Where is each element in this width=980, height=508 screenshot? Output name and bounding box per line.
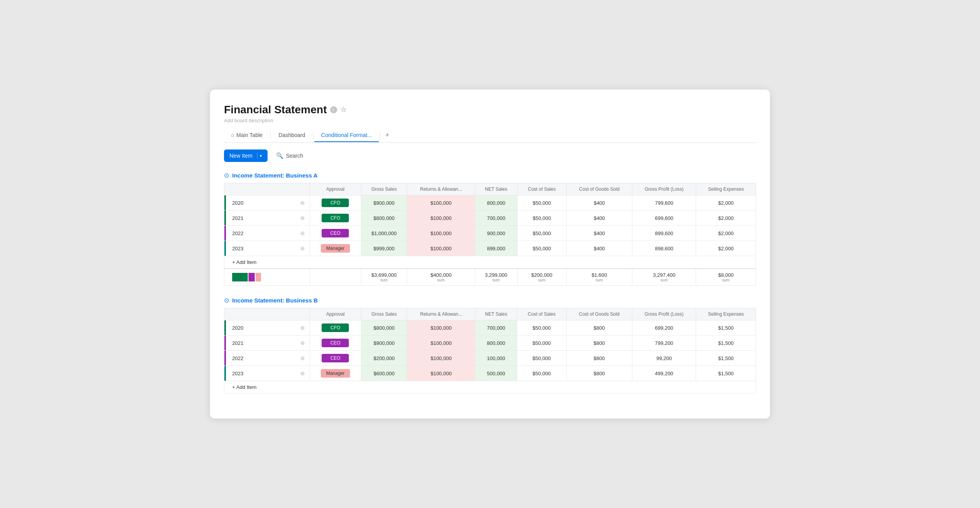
add-item-row-a[interactable]: + Add Item	[224, 256, 756, 269]
cost-goods-cell: $800	[566, 351, 632, 366]
row-border	[224, 211, 226, 225]
chevron-down-icon: ▾	[260, 153, 262, 158]
sum-color-bar	[232, 273, 305, 281]
row-border	[224, 366, 226, 381]
gross-profit-cell: 99,200	[632, 351, 696, 366]
comment-icon[interactable]: ⊕	[300, 370, 305, 376]
group-title-b: Income Statement: Business B	[232, 297, 318, 304]
comment-icon[interactable]: ⊕	[300, 245, 305, 251]
search-icon: 🔍	[276, 152, 284, 159]
gross-profit-cell: 499,200	[632, 366, 696, 381]
cost-goods-cell: $400	[566, 241, 632, 256]
gross-sales-cell: $900,000	[361, 336, 407, 351]
search-button[interactable]: 🔍 Search	[271, 149, 308, 162]
tab-bar: ⌂ Main Table Dashboard Conditional Forma…	[224, 128, 756, 143]
approval-cell: CEO	[310, 226, 361, 241]
row-year-cell: 2021 ⊕	[224, 211, 310, 226]
col-header-approval-a: Approval	[310, 183, 361, 195]
gross-sales-cell: $800,000	[361, 320, 407, 336]
bar-pink	[256, 273, 261, 281]
group-chevron-b[interactable]: ⊙	[224, 297, 229, 304]
new-item-button[interactable]: New Item ▾	[224, 149, 268, 162]
col-header-selling-b: Selling Expenses	[696, 308, 756, 320]
col-header-returns-b: Returns & Allowan...	[407, 308, 475, 320]
sum-gross-sales: $3,699,000 sum	[361, 269, 407, 286]
table-row: 2020 ⊕ CFO $900,000 $100,000 800,000 $50…	[224, 195, 756, 211]
gross-profit-cell: 799,600	[632, 195, 696, 211]
row-border	[224, 351, 226, 366]
page-title: Financial Statement i ☆	[224, 104, 756, 116]
row-year-cell: 2022 ⊕	[224, 226, 310, 241]
approval-badge: CFO	[322, 199, 349, 207]
approval-cell: CFO	[310, 195, 361, 211]
row-border	[224, 241, 226, 256]
net-sales-cell: 899,000	[475, 241, 517, 256]
row-year-cell: 2021 ⊕	[224, 336, 310, 351]
add-item-label[interactable]: + Add Item	[224, 256, 756, 269]
info-icon[interactable]: i	[330, 106, 337, 113]
comment-icon[interactable]: ⊕	[300, 325, 305, 331]
comment-icon[interactable]: ⊕	[300, 215, 305, 221]
returns-cell: $100,000	[407, 351, 475, 366]
star-icon[interactable]: ☆	[340, 105, 346, 114]
net-sales-cell: 800,000	[475, 195, 517, 211]
approval-cell: Manager	[310, 241, 361, 256]
board-description[interactable]: Add board description	[224, 118, 756, 123]
sum-returns: $400,000 sum	[407, 269, 475, 286]
tab-add-button[interactable]: +	[381, 128, 394, 142]
col-header-gross-sales-a: Gross Sales	[361, 183, 407, 195]
approval-badge: Manager	[321, 369, 350, 378]
approval-badge: CEO	[322, 354, 349, 362]
bar-green	[232, 273, 248, 281]
add-item-label-b[interactable]: + Add Item	[224, 381, 756, 394]
sum-gross-profit: 3,297,400 sum	[632, 269, 696, 286]
title-text: Financial Statement	[224, 104, 327, 116]
row-year-cell: 2020 ⊕	[224, 320, 310, 336]
tab-dashboard[interactable]: Dashboard	[271, 129, 312, 142]
selling-exp-cell: $1,500	[696, 351, 756, 366]
row-border	[224, 195, 226, 210]
tab-divider-2	[313, 132, 313, 139]
cost-goods-cell: $800	[566, 320, 632, 336]
col-header-selling-a: Selling Expenses	[696, 183, 756, 195]
bar-purple	[248, 273, 255, 281]
tab-conditional-format[interactable]: Conditional Format...	[314, 129, 379, 142]
net-sales-cell: 700,000	[475, 211, 517, 226]
selling-exp-cell: $2,000	[696, 195, 756, 211]
returns-cell: $100,000	[407, 226, 475, 241]
approval-badge: CFO	[322, 214, 349, 222]
row-border	[224, 336, 226, 350]
cost-sales-cell: $50,000	[517, 366, 567, 381]
gross-profit-cell: 898,600	[632, 241, 696, 256]
comment-icon[interactable]: ⊕	[300, 355, 305, 361]
cost-goods-cell: $800	[566, 336, 632, 351]
net-sales-cell: 100,000	[475, 351, 517, 366]
approval-cell: CFO	[310, 211, 361, 226]
comment-icon[interactable]: ⊕	[300, 340, 305, 346]
sum-approval	[310, 269, 361, 286]
row-year-cell: 2020 ⊕	[224, 195, 310, 211]
add-item-row-b[interactable]: + Add Item	[224, 381, 756, 394]
comment-icon[interactable]: ⊕	[300, 200, 305, 206]
selling-exp-cell: $2,000	[696, 211, 756, 226]
cost-sales-cell: $50,000	[517, 351, 567, 366]
table-a: Approval Gross Sales Returns & Allowan..…	[224, 183, 756, 286]
sum-label-cell	[224, 269, 310, 286]
table-row: 2023 ⊕ Manager $600,000 $100,000 500,000…	[224, 366, 756, 381]
row-year-cell: 2023 ⊕	[224, 366, 310, 381]
col-header-cost-goods-a: Cost of Goods Sold	[566, 183, 632, 195]
approval-cell: CFO	[310, 320, 361, 336]
gross-profit-cell: 799,200	[632, 336, 696, 351]
row-border	[224, 320, 226, 335]
group-title-a: Income Statement: Business A	[232, 172, 318, 179]
net-sales-cell: 800,000	[475, 336, 517, 351]
table-b: Approval Gross Sales Returns & Allowan..…	[224, 308, 756, 394]
approval-cell: Manager	[310, 366, 361, 381]
cost-sales-cell: $50,000	[517, 226, 566, 241]
group-chevron-a[interactable]: ⊙	[224, 172, 229, 179]
button-divider	[257, 153, 257, 159]
comment-icon[interactable]: ⊕	[300, 230, 305, 236]
table-row: 2021 ⊕ CEO $900,000 $100,000 800,000 $50…	[224, 336, 756, 351]
col-header-net-sales-b: NET Sales	[475, 308, 517, 320]
tab-main-table[interactable]: ⌂ Main Table	[224, 129, 270, 142]
